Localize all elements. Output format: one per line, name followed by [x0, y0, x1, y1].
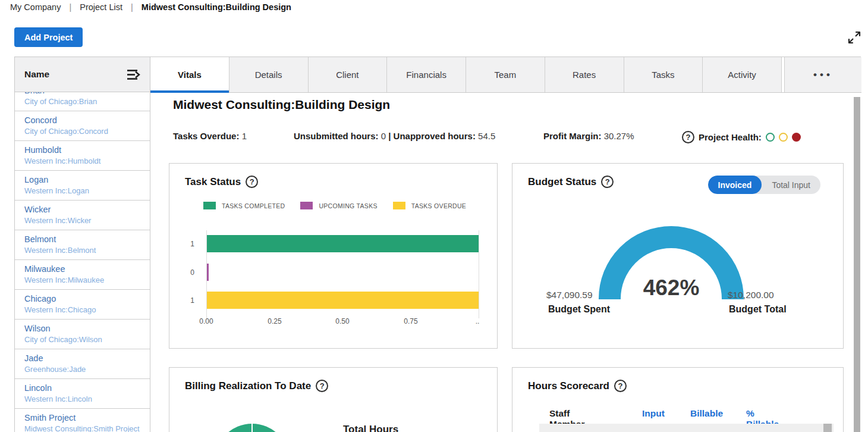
- budget-mode-toggle: Invoiced Total Input: [708, 176, 820, 194]
- toggle-total-input[interactable]: Total Input: [762, 176, 820, 194]
- project-name[interactable]: Logan: [24, 174, 144, 186]
- tab-more-menu[interactable]: •••: [784, 57, 861, 92]
- stat-hours: Unsubmitted hours: 0 | Unapproved hours:…: [294, 131, 495, 141]
- project-list-item[interactable]: Milwaukee Western Inc:Milwaukee: [15, 260, 150, 290]
- project-list-item[interactable]: Lincoln Western Inc:Lincoln: [15, 379, 150, 409]
- billing-realization-panel: Billing Realization To Date ? Total Hour…: [169, 367, 498, 432]
- tab-financials[interactable]: Financials: [387, 57, 466, 92]
- add-project-button[interactable]: Add Project: [14, 27, 83, 47]
- breadcrumb-my-company[interactable]: My Company: [10, 2, 61, 12]
- panel-title-text: Task Status: [185, 176, 241, 188]
- project-name[interactable]: Smith Project: [24, 412, 144, 424]
- project-name[interactable]: Belmont: [24, 234, 144, 245]
- column-input[interactable]: Input: [642, 408, 665, 419]
- tab-activity[interactable]: Activity: [703, 57, 782, 92]
- project-client: City of Chicago:Wilson: [24, 334, 144, 345]
- sidebar-header: Name: [15, 57, 150, 92]
- expand-fullscreen-icon[interactable]: [847, 30, 862, 45]
- project-client: Greenhouse:Jade: [24, 364, 144, 374]
- project-list-item[interactable]: Concord City of Chicago:Concord: [15, 111, 150, 141]
- help-icon[interactable]: ?: [682, 131, 694, 143]
- breadcrumb-current-project: Midwest Consulting:Building Design: [141, 2, 291, 12]
- budget-percent-value: 462%: [643, 276, 700, 300]
- project-client: Western Inc:Belmont: [24, 245, 144, 255]
- project-client: Western Inc:Chicago: [24, 305, 144, 315]
- project-dashboard-page: My Company | Project List | Midwest Cons…: [0, 0, 868, 432]
- project-client: Western Inc:Lincoln: [24, 394, 144, 404]
- project-name[interactable]: Wicker: [24, 204, 144, 215]
- tab-tasks[interactable]: Tasks: [624, 57, 703, 92]
- bar-tasks-overdue: [207, 292, 479, 309]
- stat-tasks-overdue: Tasks Overdue: 1: [173, 131, 247, 141]
- task-status-panel: Task Status ? TASKS COMPLETED UPCOMING T…: [169, 163, 498, 349]
- tab-vitals[interactable]: Vitals: [150, 57, 229, 92]
- project-list-item[interactable]: Jade Greenhouse:Jade: [15, 349, 150, 379]
- vitals-content: Midwest Consulting:Building Design Tasks…: [151, 93, 861, 432]
- scorecard-scrollbar-thumb[interactable]: [823, 424, 832, 432]
- help-icon[interactable]: ?: [316, 380, 328, 392]
- help-icon[interactable]: ?: [246, 176, 258, 188]
- stat-value: 30.27%: [604, 131, 634, 141]
- budget-status-title: Budget Status ?: [528, 176, 614, 188]
- project-name[interactable]: Wilson: [24, 323, 144, 334]
- project-name[interactable]: Jade: [24, 353, 144, 364]
- plot-end-line: [479, 230, 479, 318]
- tab-rates[interactable]: Rates: [545, 57, 624, 92]
- budget-spent-label: Budget Spent: [548, 304, 610, 315]
- breadcrumb-separator: |: [69, 2, 71, 12]
- task-status-title: Task Status ?: [185, 176, 258, 188]
- project-client: City of Chicago:Brian: [24, 96, 144, 107]
- tab-client[interactable]: Client: [309, 57, 388, 92]
- stat-label: Tasks Overdue:: [173, 131, 239, 141]
- stat-profit-margin: Profit Margin: 30.27%: [543, 131, 634, 141]
- bar-value-label: 1: [183, 240, 194, 248]
- chart-legend: TASKS COMPLETED UPCOMING TASKS TASKS OVE…: [203, 202, 476, 209]
- project-list-item[interactable]: Brian City of Chicago:Brian: [15, 92, 150, 111]
- tab-team[interactable]: Team: [466, 57, 545, 92]
- stat-value: 54.5: [478, 131, 495, 141]
- project-list-item[interactable]: Belmont Western Inc:Belmont: [15, 230, 150, 260]
- scorecard-row-partial: [539, 424, 834, 432]
- project-name[interactable]: Milwaukee: [24, 264, 144, 275]
- legend-swatch-overdue: [393, 202, 405, 209]
- project-list-item[interactable]: Logan Western Inc:Logan: [15, 171, 150, 201]
- tab-details[interactable]: Details: [229, 57, 309, 92]
- project-client: Western Inc:Wicker: [24, 215, 144, 226]
- project-list-item[interactable]: Smith Project Midwest Consulting:Smith P…: [15, 409, 150, 432]
- panel-title-text: Hours Scorecard: [528, 380, 609, 392]
- page-title: Midwest Consulting:Building Design: [173, 98, 390, 112]
- project-name[interactable]: Humboldt: [24, 145, 144, 156]
- project-client: Midwest Consulting:Smith Project: [24, 424, 144, 432]
- stat-label: Unapproved hours:: [394, 131, 476, 141]
- hours-scorecard-title: Hours Scorecard ?: [528, 380, 627, 392]
- x-tick: 0.25: [268, 317, 281, 325]
- sidebar-name-column-header[interactable]: Name: [24, 69, 125, 80]
- help-icon[interactable]: ?: [601, 176, 614, 188]
- health-dot-yellow: [779, 133, 788, 142]
- stat-pipe: |: [388, 131, 391, 141]
- x-tick: 0.50: [335, 317, 349, 325]
- project-name[interactable]: Lincoln: [24, 383, 144, 394]
- legend-label: TASKS COMPLETED: [222, 202, 285, 209]
- bar-value-label: 1: [183, 296, 194, 305]
- x-tick: 0.00: [199, 317, 213, 325]
- panel-title-text: Billing Realization To Date: [185, 380, 311, 392]
- column-billable[interactable]: Billable: [690, 408, 723, 419]
- project-list-item[interactable]: Humboldt Western Inc:Humboldt: [15, 141, 150, 171]
- breadcrumb-project-list[interactable]: Project List: [80, 2, 122, 12]
- stat-project-health: ? Project Health:: [682, 131, 801, 143]
- vertical-scrollbar-thumb[interactable]: [854, 97, 860, 432]
- project-list-item[interactable]: Wicker Western Inc:Wicker: [15, 201, 150, 230]
- help-icon[interactable]: ?: [614, 380, 627, 392]
- project-name[interactable]: Concord: [24, 115, 144, 126]
- project-name[interactable]: Chicago: [24, 293, 144, 305]
- vitals-stats-row: Tasks Overdue: 1 Unsubmitted hours: 0 | …: [151, 131, 861, 144]
- collapse-sidebar-icon[interactable]: [125, 68, 141, 82]
- project-sidebar: Name Brian City of Chicago:Bria: [15, 57, 150, 432]
- toggle-invoiced[interactable]: Invoiced: [708, 176, 762, 194]
- project-list-item[interactable]: Chicago Western Inc:Chicago: [15, 290, 150, 320]
- legend-swatch-completed: [203, 202, 216, 209]
- project-name[interactable]: Brian: [24, 92, 144, 96]
- project-list-item[interactable]: Wilson City of Chicago:Wilson: [15, 320, 150, 349]
- project-client: City of Chicago:Concord: [24, 126, 144, 136]
